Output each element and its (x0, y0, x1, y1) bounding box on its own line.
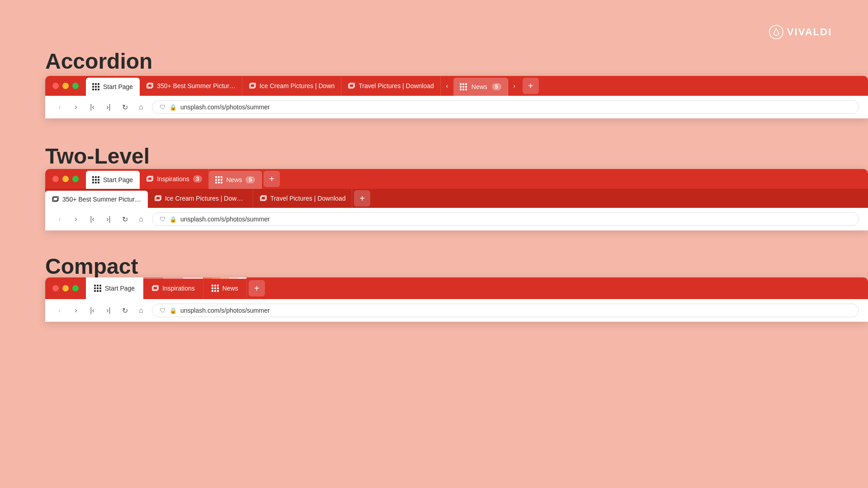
close-button-2[interactable] (52, 176, 59, 182)
reload-button-3[interactable]: ↻ (119, 214, 130, 225)
twolevel-inspirations-count: 3 (193, 175, 203, 183)
compact-inspirations-label: Inspirations (162, 285, 195, 292)
last-page-button-4[interactable]: ›| (103, 305, 114, 316)
stack-icon-4 (146, 175, 153, 183)
url-text: unsplash.com/s/photos/summer (180, 103, 270, 111)
back-button[interactable]: ‹ (54, 102, 65, 113)
apps-icon-news2 (215, 176, 222, 183)
tab-icecream[interactable]: Ice Cream Pictures | Down (242, 76, 341, 96)
apps-icon-news (460, 83, 467, 90)
subtab-summer-label: 350+ Best Summer Pictur… (62, 196, 141, 203)
subtab-travel[interactable]: Travel Pictures | Download (253, 189, 353, 208)
shield-icon-3: 🛡 (160, 307, 166, 314)
reload-button-4[interactable]: ↻ (119, 305, 130, 316)
vivaldi-logo: VIVALDI (769, 25, 832, 39)
twolevel-start-label: Start Page (103, 176, 133, 183)
tab-news-count: 5 (492, 83, 501, 90)
twolevel-browser: Start Page Inspirations 3 News 5 + (45, 169, 868, 230)
twolevel-address-bar: ‹ › |‹ ›| ↻ ⌂ 🛡 🔒 unsplash.com/s/photos/… (45, 208, 868, 230)
close-button[interactable] (52, 83, 59, 89)
twolevel-news-label: News (226, 176, 242, 183)
compact-start-label: Start Page (105, 285, 135, 292)
tab-start-label: Start Page (103, 83, 133, 90)
compact-tab-bar: Start Page Inspirations (45, 277, 868, 299)
address-field-3[interactable]: 🛡 🔒 unsplash.com/s/photos/summer (152, 304, 859, 317)
shield-icon-2: 🛡 (160, 216, 166, 223)
compact-address-bar: ‹ › |‹ ›| ↻ ⌂ 🛡 🔒 unsplash.com/s/photos/… (45, 299, 868, 322)
compact-browser: Start Page Inspirations (45, 277, 868, 322)
tab-news-label: News (472, 83, 487, 90)
accordion-address-bar: ‹ › |‹ ›| ↻ ⌂ 🛡 🔒 unsplash.com/s/photos/… (45, 96, 868, 118)
tab-travel[interactable]: Travel Pictures | Download (341, 76, 441, 96)
twolevel-tab-inspirations[interactable]: Inspirations 3 (140, 169, 209, 189)
accordion-window-controls (45, 76, 86, 96)
stack-icon-3 (348, 82, 355, 89)
subtab-summer[interactable]: 350+ Best Summer Pictur… (45, 191, 148, 208)
tab-start-page[interactable]: Start Page (86, 78, 140, 96)
apps-icon-news-compact (212, 285, 219, 292)
add-tab-button-3[interactable]: + (354, 190, 370, 206)
compact-news-label: News (222, 285, 238, 292)
add-tab-button-2[interactable]: + (264, 171, 280, 187)
accordion-browser: Start Page 350+ Best Summer Pictur… Ice … (45, 76, 868, 118)
url-text-3: unsplash.com/s/photos/summer (180, 307, 270, 314)
twolevel-news-count: 5 (245, 176, 255, 183)
back-button-3[interactable]: ‹ (54, 214, 65, 225)
back-button-4[interactable]: ‹ (54, 305, 65, 316)
address-field[interactable]: 🛡 🔒 unsplash.com/s/photos/summer (152, 100, 859, 114)
tab-icecream-label: Ice Cream Pictures | Down (259, 82, 335, 89)
close-button-4[interactable] (52, 285, 59, 291)
compact-tab-start[interactable]: Start Page (86, 277, 143, 299)
last-page-button-3[interactable]: ›| (103, 214, 114, 225)
apps-icon-start2 (92, 176, 99, 183)
last-page-button[interactable]: ›| (103, 102, 114, 113)
apps-icon (92, 83, 99, 90)
forward-button[interactable]: › (71, 102, 81, 113)
stack-icon (146, 82, 153, 89)
apps-icon-compact (94, 285, 101, 292)
tab-scroll-right[interactable]: › (508, 76, 521, 96)
reload-button[interactable]: ↻ (119, 102, 130, 113)
forward-button-4[interactable]: › (71, 305, 81, 316)
subtab-travel-label: Travel Pictures | Download (270, 195, 346, 202)
compact-title: Compact (45, 254, 138, 279)
maximize-button-4[interactable] (72, 285, 79, 291)
maximize-button-2[interactable] (72, 176, 79, 182)
stack-icon-2 (249, 82, 256, 89)
address-field-2[interactable]: 🛡 🔒 unsplash.com/s/photos/summer (152, 212, 859, 226)
tab-travel-label: Travel Pictures | Download (359, 82, 434, 89)
stack-icon-6 (154, 195, 161, 202)
tab-scroll-left[interactable]: ‹ (441, 76, 453, 96)
minimize-button-4[interactable] (62, 285, 69, 291)
tab-summer-label: 350+ Best Summer Pictur… (157, 82, 236, 89)
compact-tab-inspirations[interactable]: Inspirations (143, 277, 203, 299)
lock-icon-3: 🔒 (170, 307, 177, 314)
forward-button-3[interactable]: › (71, 214, 81, 225)
url-text-2: unsplash.com/s/photos/summer (180, 216, 270, 223)
accordion-title: Accordion (45, 49, 152, 74)
add-tab-button[interactable]: + (523, 78, 539, 94)
twolevel-inspirations-label: Inspirations (157, 175, 189, 183)
compact-tab-news[interactable]: News (203, 277, 247, 299)
twolevel-tab-start[interactable]: Start Page (86, 171, 140, 189)
lock-icon: 🔒 (170, 104, 177, 111)
add-tab-button-4[interactable]: + (249, 280, 265, 296)
twolevel-tab-news[interactable]: News 5 (209, 171, 262, 189)
first-page-button-3[interactable]: |‹ (87, 214, 98, 225)
minimize-button-2[interactable] (62, 176, 69, 182)
accordion-tab-bar: Start Page 350+ Best Summer Pictur… Ice … (45, 76, 868, 96)
lock-icon-2: 🔒 (170, 216, 177, 223)
tab-summer[interactable]: 350+ Best Summer Pictur… (140, 76, 242, 96)
twolevel-window-controls (45, 169, 86, 189)
tab-news-group[interactable]: News 5 (453, 78, 508, 96)
twolevel-top-tab-bar: Start Page Inspirations 3 News 5 + (45, 169, 868, 189)
stack-icon-7 (259, 195, 267, 202)
minimize-button[interactable] (62, 83, 69, 89)
home-button-3[interactable]: ⌂ (136, 214, 146, 225)
first-page-button-4[interactable]: |‹ (87, 305, 98, 316)
first-page-button[interactable]: |‹ (87, 102, 98, 113)
home-button[interactable]: ⌂ (136, 102, 146, 113)
home-button-4[interactable]: ⌂ (136, 305, 146, 316)
subtab-icecream[interactable]: Ice Cream Pictures | Down… (148, 189, 253, 208)
maximize-button[interactable] (72, 83, 79, 89)
